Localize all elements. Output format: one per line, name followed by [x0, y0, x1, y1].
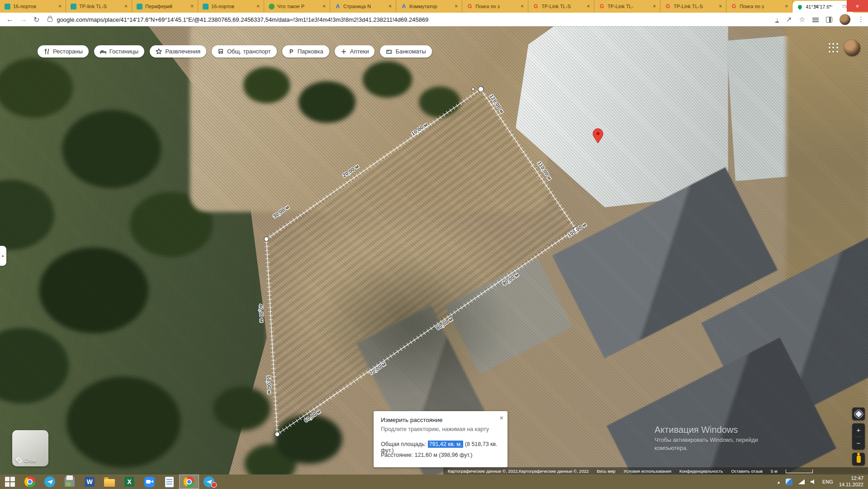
download-icon[interactable]: ↓	[775, 17, 779, 23]
window-close-button[interactable]: ×	[847, 0, 868, 12]
word-icon: W	[85, 477, 95, 487]
tab-close-icon[interactable]: ×	[189, 3, 195, 10]
device-icon	[203, 4, 209, 10]
category-chip-atm[interactable]: Банкоматы	[380, 45, 432, 58]
chrome-icon	[184, 476, 194, 487]
pegman-icon	[857, 455, 861, 463]
browser-tab[interactable]: GTP-Link TL-S×	[660, 0, 726, 13]
tab-label: Коммутатор	[409, 4, 451, 9]
tab-search-chevron-icon[interactable]: ∨	[811, 0, 821, 12]
browser-profile-avatar[interactable]	[840, 14, 850, 25]
taskbar-item-notes[interactable]	[159, 475, 179, 489]
area-label: Общая площадь:	[381, 441, 426, 447]
browser-tab[interactable]: GTP-Link TL-×	[594, 0, 660, 13]
red-g-icon: G	[467, 4, 473, 10]
map-canvas[interactable]: 10,00 м20,00 м30,00 м40,00 м50,00 м60,00…	[0, 26, 868, 475]
browser-tab[interactable]: AСтраница N×	[330, 0, 396, 13]
google-apps-grid-icon[interactable]	[829, 43, 839, 53]
chip-label: Гостиницы	[109, 48, 138, 55]
layers-chip[interactable]: Слои	[12, 430, 48, 466]
taskbar-item-chrome[interactable]	[20, 475, 40, 489]
side-panel-icon[interactable]	[826, 17, 832, 23]
category-chip-parking[interactable]: PПарковка	[282, 45, 329, 58]
area-value-selected[interactable]: 791,42 кв. м.	[428, 441, 464, 448]
tab-close-icon[interactable]: ×	[651, 3, 657, 10]
browser-tab[interactable]: GПоиск по з×	[726, 0, 792, 13]
category-chip-hotels[interactable]: Гостиницы	[94, 45, 144, 58]
taskbar-item-start[interactable]	[0, 475, 20, 489]
url-text[interactable]: google.com/maps/place/41°14'17.6"N+69°14…	[57, 16, 428, 23]
map-data-credit: Картографические данные ©, 2022,Картогра…	[448, 469, 589, 474]
watermark-line: Активация Windows	[655, 425, 758, 435]
taskbar-item-printer[interactable]	[60, 475, 80, 489]
taskbar-item-chrome[interactable]	[179, 475, 199, 489]
tab-close-icon[interactable]: ×	[255, 3, 261, 10]
reload-icon[interactable]: ↻	[33, 15, 39, 24]
start-icon	[5, 477, 15, 487]
pegman-button[interactable]	[852, 453, 865, 465]
tab-close-icon[interactable]: ×	[57, 3, 63, 10]
tray-app-icon[interactable]	[786, 479, 792, 485]
speaker-icon[interactable]	[811, 479, 816, 484]
taskbar-item-telegram[interactable]	[199, 475, 219, 489]
tab-close-icon[interactable]: ×	[387, 3, 393, 10]
tab-close-icon[interactable]: ×	[717, 3, 723, 10]
place-pin[interactable]	[593, 129, 603, 143]
language-indicator[interactable]: ENG	[822, 479, 833, 484]
transit-icon	[218, 48, 224, 55]
attribution-link[interactable]: Конфиденциальность	[679, 469, 723, 474]
distance-value: 121,60 м (398,96 фут.)	[413, 452, 472, 458]
browser-tab[interactable]: GПоиск по з×	[462, 0, 528, 13]
close-icon[interactable]: ×	[499, 414, 503, 422]
side-panel-toggle[interactable]: ▸	[0, 246, 6, 266]
tab-close-icon[interactable]: ×	[783, 3, 789, 10]
category-chip-restaurants[interactable]: Рестораны	[38, 45, 89, 58]
parking-icon: P	[288, 48, 294, 55]
my-location-button[interactable]	[852, 408, 865, 420]
forward-icon[interactable]: →	[20, 15, 27, 24]
tab-close-icon[interactable]: ×	[123, 3, 129, 10]
taskbar-item-explorer[interactable]	[100, 475, 119, 489]
tab-close-icon[interactable]: ×	[519, 3, 525, 10]
bookmark-star-icon[interactable]: ☆	[799, 15, 805, 24]
browser-tab[interactable]: GTP-Link TL-S×	[528, 0, 594, 13]
tab-close-icon[interactable]: ×	[321, 3, 327, 10]
back-icon[interactable]: ←	[6, 15, 14, 24]
taskbar-item-excel[interactable]: X	[119, 475, 139, 489]
zoom-in-button[interactable]: +	[857, 424, 861, 436]
taskbar-item-telegram[interactable]	[40, 475, 60, 489]
clock[interactable]: 12:47 14.11.2022	[839, 475, 863, 488]
window-minimize-button[interactable]: –	[824, 0, 838, 12]
notification-badge	[211, 482, 217, 488]
category-chip-transit[interactable]: Общ. транспорт	[212, 45, 277, 58]
distance-tick-label: 110,00 м	[536, 160, 553, 181]
tray-time: 12:47	[839, 475, 863, 482]
pin-icon	[797, 4, 803, 10]
attribution-link[interactable]: Оставить отзыв	[731, 469, 763, 474]
category-chip-pharmacy[interactable]: Аптеки	[335, 45, 375, 58]
chip-label: Общ. транспорт	[227, 48, 271, 55]
browser-tab[interactable]: 16-портов×	[0, 0, 66, 13]
browser-tab[interactable]: TP-link TL-S×	[66, 0, 132, 13]
taskbar-item-word[interactable]: W	[80, 475, 100, 489]
category-chip-entertainment[interactable]: Развлечения	[150, 45, 206, 58]
tray-chevron-icon[interactable]: ▴	[778, 479, 780, 484]
zoom-out-button[interactable]: −	[857, 437, 861, 450]
layers-icon	[15, 457, 23, 464]
taskbar-item-zoom[interactable]	[139, 475, 159, 489]
browser-tab[interactable]: Периферий×	[132, 0, 198, 13]
browser-tab[interactable]: 16-портов×	[198, 0, 264, 13]
browser-tab[interactable]: AКоммутатор×	[396, 0, 462, 13]
tab-label: Периферий	[145, 4, 186, 9]
network-icon[interactable]	[798, 479, 805, 484]
account-avatar[interactable]	[844, 40, 860, 56]
kebab-menu-icon[interactable]: ⋮	[858, 15, 864, 24]
reading-list-icon[interactable]	[812, 17, 819, 22]
share-icon[interactable]: ↗	[786, 15, 792, 24]
attribution-link[interactable]: Весь мир	[597, 469, 616, 474]
browser-tab[interactable]: Что такое P×	[264, 0, 330, 13]
tab-close-icon[interactable]: ×	[585, 3, 591, 10]
attribution-link[interactable]: Условия использования	[624, 469, 671, 474]
tab-close-icon[interactable]: ×	[453, 3, 459, 10]
address-bar[interactable]: google.com/maps/place/41°14'17.6"N+69°14…	[47, 16, 428, 23]
